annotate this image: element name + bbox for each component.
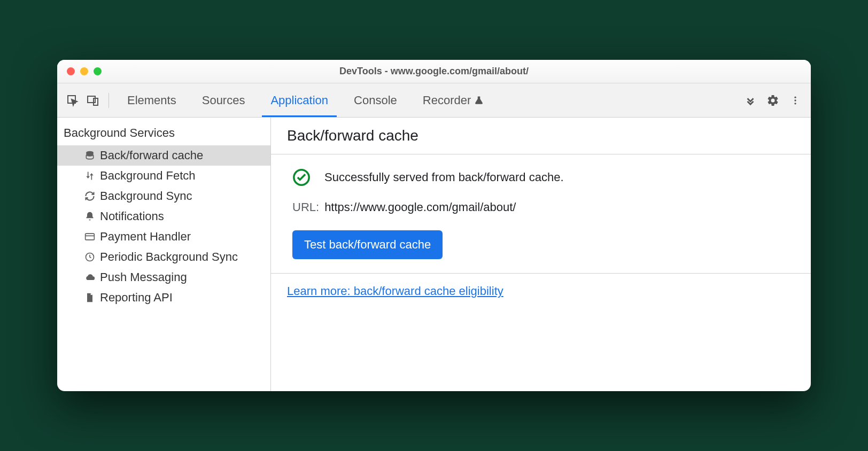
sidebar-item-notifications[interactable]: Notifications: [57, 206, 270, 227]
separator: [108, 93, 109, 108]
sidebar-item-label: Push Messaging: [100, 270, 187, 284]
toolbar: Elements Sources Application Console Rec…: [57, 83, 811, 118]
sidebar-item-periodic[interactable]: Periodic Background Sync: [57, 247, 270, 267]
toolbar-right: [740, 90, 805, 111]
tab-console[interactable]: Console: [341, 83, 410, 117]
sidebar-item-reporting[interactable]: Reporting API: [57, 287, 270, 308]
sidebar-item-label: Back/forward cache: [100, 149, 203, 162]
devtools-window: DevTools - www.google.com/gmail/about/ E…: [57, 60, 811, 391]
kebab-menu-icon[interactable]: [785, 90, 805, 111]
settings-icon[interactable]: [763, 90, 783, 111]
tab-application[interactable]: Application: [258, 83, 341, 117]
sidebar-item-push[interactable]: Push Messaging: [57, 267, 270, 287]
sidebar-item-label: Notifications: [100, 209, 164, 223]
tab-strip: Elements Sources Application Console Rec…: [114, 83, 740, 117]
svg-point-5: [794, 103, 796, 104]
tab-label: Sources: [202, 94, 245, 107]
panel-footer: Learn more: back/forward cache eligibili…: [271, 274, 811, 309]
url-label: URL:: [292, 200, 319, 214]
learn-more-link[interactable]: Learn more: back/forward cache eligibili…: [287, 284, 503, 298]
main-panel: Back/forward cache Successfully served f…: [271, 118, 811, 391]
panel-title: Back/forward cache: [271, 118, 811, 154]
device-toolbar-icon[interactable]: [83, 90, 103, 111]
inspect-element-icon[interactable]: [63, 90, 83, 111]
tab-label: Recorder: [423, 94, 471, 107]
bell-icon: [84, 211, 96, 222]
titlebar: DevTools - www.google.com/gmail/about/: [57, 60, 811, 83]
url-row: URL: https://www.google.com/gmail/about/: [292, 200, 789, 214]
svg-rect-7: [86, 234, 95, 240]
cloud-icon: [84, 271, 96, 283]
database-icon: [84, 150, 96, 161]
tab-recorder[interactable]: Recorder: [410, 83, 497, 117]
sidebar: Background Services Back/forward cache B…: [57, 118, 271, 391]
sidebar-item-label: Reporting API: [100, 291, 173, 305]
content: Background Services Back/forward cache B…: [57, 118, 811, 391]
tab-elements[interactable]: Elements: [114, 83, 189, 117]
svg-point-3: [794, 96, 796, 98]
sync-icon: [84, 190, 96, 202]
svg-point-4: [794, 99, 796, 101]
status-row: Successfully served from back/forward ca…: [292, 168, 789, 186]
flask-icon: [474, 96, 484, 105]
tab-label: Elements: [127, 94, 176, 107]
sidebar-item-label: Periodic Background Sync: [100, 250, 238, 264]
clock-icon: [84, 251, 96, 263]
status-text: Successfully served from back/forward ca…: [324, 170, 564, 184]
tab-label: Application: [270, 94, 328, 107]
transfer-icon: [84, 170, 96, 182]
sidebar-item-label: Background Sync: [100, 189, 192, 203]
test-bfcache-button[interactable]: Test back/forward cache: [292, 230, 443, 259]
sidebar-section-header: Background Services: [57, 118, 270, 145]
sidebar-item-label: Background Fetch: [100, 169, 196, 183]
panel-body: Successfully served from back/forward ca…: [271, 154, 811, 274]
tab-sources[interactable]: Sources: [189, 83, 258, 117]
sidebar-item-bfcache[interactable]: Back/forward cache: [57, 145, 270, 166]
sidebar-item-bgsync[interactable]: Background Sync: [57, 186, 270, 206]
sidebar-item-label: Payment Handler: [100, 230, 191, 244]
success-check-icon: [292, 168, 311, 186]
more-tabs-icon[interactable]: [740, 90, 761, 111]
url-value: https://www.google.com/gmail/about/: [324, 200, 516, 214]
sidebar-item-payment[interactable]: Payment Handler: [57, 227, 270, 247]
document-icon: [84, 292, 96, 304]
tab-label: Console: [354, 94, 397, 107]
window-title: DevTools - www.google.com/gmail/about/: [57, 66, 811, 77]
sidebar-item-bgfetch[interactable]: Background Fetch: [57, 166, 270, 186]
credit-card-icon: [84, 231, 96, 243]
